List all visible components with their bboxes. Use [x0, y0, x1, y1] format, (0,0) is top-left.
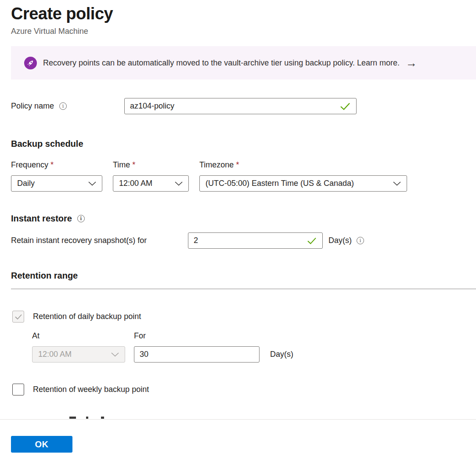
- chevron-down-icon: [393, 181, 401, 186]
- chevron-down-icon: [175, 181, 183, 186]
- ok-button[interactable]: OK: [11, 436, 72, 453]
- time-value: 12:00 AM: [119, 179, 152, 188]
- arrow-right-icon[interactable]: →: [406, 57, 417, 69]
- footer-bar: OK: [0, 419, 476, 457]
- frequency-value: Daily: [17, 179, 35, 188]
- timezone-dropdown[interactable]: (UTC-05:00) Eastern Time (US & Canada): [199, 175, 407, 192]
- page-title: Create policy: [11, 4, 476, 23]
- daily-retention-subform: At For 12:00 AM Day(s): [32, 331, 476, 363]
- time-label: Time: [113, 160, 130, 170]
- instant-restore-heading: Instant restore: [11, 214, 72, 224]
- banner-message: Recovery points can be automatically mov…: [43, 58, 400, 68]
- timezone-field: Timezone * (UTC-05:00) Eastern Time (US …: [199, 160, 407, 192]
- chevron-down-icon: [111, 352, 119, 357]
- required-asterisk: *: [236, 160, 239, 170]
- daily-retention-checkbox: [12, 311, 24, 323]
- valid-check-icon: [339, 102, 351, 111]
- daily-at-dropdown: 12:00 AM: [32, 346, 125, 363]
- daily-retention-label: Retention of daily backup point: [33, 312, 141, 321]
- days-unit-label: Day(s): [270, 350, 293, 359]
- time-field: Time * 12:00 AM: [113, 160, 189, 192]
- required-asterisk: *: [50, 160, 54, 170]
- create-policy-pane: Create policy Azure Virtual Machine Reco…: [0, 0, 476, 457]
- weekly-retention-row: Retention of weekly backup point: [12, 384, 476, 395]
- at-label: At: [32, 331, 134, 341]
- info-icon[interactable]: i: [357, 237, 364, 244]
- days-unit-label: Day(s): [328, 236, 352, 245]
- timezone-value: (UTC-05:00) Eastern Time (US & Canada): [206, 179, 354, 188]
- chevron-down-icon: [88, 181, 96, 186]
- daily-for-input[interactable]: [140, 350, 254, 359]
- section-divider: [11, 289, 476, 289]
- retain-days-input-wrap: [188, 232, 323, 249]
- timezone-label: Timezone: [199, 160, 234, 170]
- weekly-retention-checkbox[interactable]: [12, 384, 24, 395]
- page-subtitle: Azure Virtual Machine: [11, 27, 476, 36]
- policy-name-input-wrap: [124, 98, 357, 114]
- backup-schedule-fields: Frequency * Daily Time * 12:00 AM: [11, 160, 476, 192]
- weekly-retention-label: Retention of weekly backup point: [33, 385, 149, 394]
- policy-name-input[interactable]: [130, 102, 336, 111]
- retention-range-heading: Retention range: [11, 271, 476, 281]
- frequency-label: Frequency: [11, 160, 48, 170]
- rocket-icon: [24, 57, 37, 69]
- daily-for-input-wrap: [134, 346, 260, 363]
- time-dropdown[interactable]: 12:00 AM: [113, 175, 189, 192]
- required-asterisk: *: [132, 160, 135, 170]
- policy-name-label: Policy name: [11, 102, 54, 111]
- backup-schedule-heading: Backup schedule: [11, 139, 476, 149]
- for-label: For: [134, 331, 146, 341]
- policy-name-row: Policy name i: [11, 98, 476, 114]
- info-icon[interactable]: i: [59, 102, 67, 110]
- instant-restore-heading-row: Instant restore i: [11, 214, 476, 224]
- info-banner: Recovery points can be automatically mov…: [11, 46, 476, 80]
- info-icon[interactable]: i: [77, 215, 85, 222]
- daily-at-value: 12:00 AM: [38, 350, 72, 359]
- gray-check-icon: [14, 314, 22, 320]
- retain-days-input[interactable]: [194, 236, 303, 245]
- valid-check-icon: [307, 237, 317, 245]
- frequency-dropdown[interactable]: Daily: [11, 175, 102, 192]
- instant-restore-row: Retain instant recovery snapshot(s) for …: [11, 232, 476, 249]
- daily-retention-row: Retention of daily backup point: [12, 311, 476, 323]
- frequency-field: Frequency * Daily: [11, 160, 102, 192]
- retain-snapshot-label: Retain instant recovery snapshot(s) for: [11, 236, 188, 245]
- clipped-next-row-text: [0, 417, 476, 419]
